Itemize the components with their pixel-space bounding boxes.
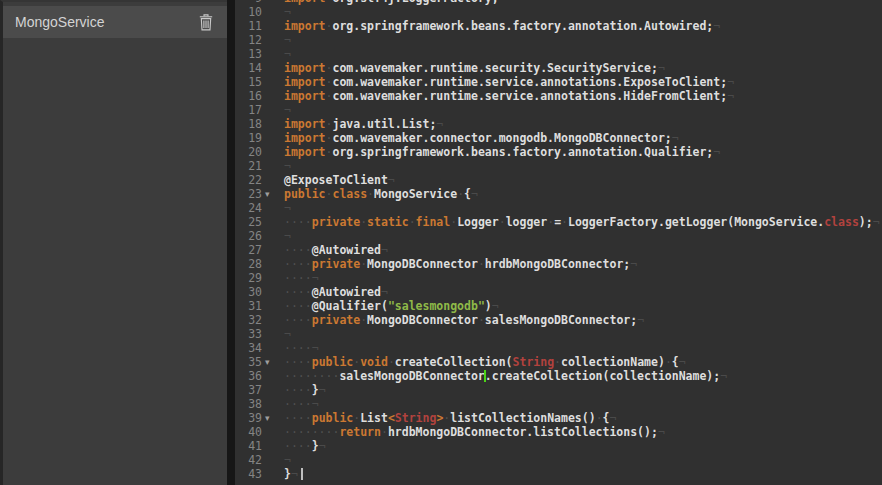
code-text: import·org.springframework.beans.factory… <box>284 19 720 33</box>
code-line[interactable]: 24¬ <box>235 201 880 215</box>
line-number[interactable]: 19 <box>235 131 262 145</box>
fold-gutter-space <box>262 103 284 117</box>
line-number[interactable]: 13 <box>235 47 262 61</box>
code-line[interactable]: 34····¬ <box>235 341 880 355</box>
service-list-item-mongoservice[interactable]: MongoService <box>3 6 227 38</box>
code-line[interactable]: 27····@Autowired¬ <box>235 243 880 257</box>
code-line[interactable]: 20import·org.springframework.beans.facto… <box>235 145 880 159</box>
line-number[interactable]: 12 <box>235 33 262 47</box>
code-line[interactable]: 26¬ <box>235 229 880 243</box>
code-text: ····private·MongoDBConnector·hrdbMongoDB… <box>284 257 637 271</box>
code-line[interactable]: 12¬ <box>235 33 880 47</box>
line-number[interactable]: 36 <box>235 369 262 383</box>
line-number[interactable]: 29 <box>235 271 262 285</box>
line-number[interactable]: 15 <box>235 75 262 89</box>
code-line[interactable]: 11import·org.springframework.beans.facto… <box>235 19 880 33</box>
code-line[interactable]: 14import·com.wavemaker.runtime.security.… <box>235 61 880 75</box>
code-text: ····@Qualifier("salesmongodb")¬ <box>284 299 499 313</box>
fold-gutter-space <box>262 159 284 173</box>
line-number[interactable]: 22 <box>235 173 262 187</box>
fold-gutter-space <box>262 271 284 285</box>
line-number[interactable]: 21 <box>235 159 262 173</box>
code-line[interactable]: 31····@Qualifier("salesmongodb")¬ <box>235 299 880 313</box>
code-line[interactable]: 16import·com.wavemaker.runtime.service.a… <box>235 89 880 103</box>
code-line[interactable]: 13¬ <box>235 47 880 61</box>
fold-toggle-icon[interactable]: ▾ <box>262 187 284 201</box>
line-number[interactable]: 35 <box>235 355 262 369</box>
trash-icon[interactable] <box>199 14 213 31</box>
line-number[interactable]: 17 <box>235 103 262 117</box>
line-number[interactable]: 40 <box>235 425 262 439</box>
fold-gutter-space <box>262 453 284 467</box>
line-number[interactable]: 14 <box>235 61 262 75</box>
line-number[interactable]: 32 <box>235 313 262 327</box>
code-line[interactable]: 39▾····public·List<String>·listCollectio… <box>235 411 880 425</box>
line-number[interactable]: 42 <box>235 453 262 467</box>
line-number[interactable]: 37 <box>235 383 262 397</box>
code-text: ¬ <box>284 33 291 47</box>
code-text: ····}¬ <box>284 383 326 397</box>
code-line[interactable]: 42¬ <box>235 453 880 467</box>
code-text: import·java.util.List;¬ <box>284 117 443 131</box>
code-editor[interactable]: 9import·org.slf4j.LoggerFactory;¬10¬11im… <box>235 0 882 485</box>
fold-toggle-icon[interactable]: ▾ <box>262 355 284 369</box>
line-number[interactable]: 41 <box>235 439 262 453</box>
code-line[interactable]: 32····private·MongoDBConnector·salesMong… <box>235 313 880 327</box>
code-line[interactable]: 37····}¬ <box>235 383 880 397</box>
line-number[interactable]: 23 <box>235 187 262 201</box>
line-number[interactable]: 33 <box>235 327 262 341</box>
fold-gutter-space <box>262 313 284 327</box>
line-number[interactable]: 30 <box>235 285 262 299</box>
code-text: import·com.wavemaker.runtime.security.Se… <box>284 61 665 75</box>
line-number[interactable]: 18 <box>235 117 262 131</box>
code-line[interactable]: 28····private·MongoDBConnector·hrdbMongo… <box>235 257 880 271</box>
code-line[interactable]: 15import·com.wavemaker.runtime.service.a… <box>235 75 880 89</box>
line-number[interactable]: 31 <box>235 299 262 313</box>
line-number[interactable]: 28 <box>235 257 262 271</box>
line-number[interactable]: 16 <box>235 89 262 103</box>
line-number[interactable]: 34 <box>235 341 262 355</box>
code-line[interactable]: 35▾····public·void·createCollection(Stri… <box>235 355 880 369</box>
code-line[interactable]: 22@ExposeToClient¬ <box>235 173 880 187</box>
line-number[interactable]: 26 <box>235 229 262 243</box>
code-line[interactable]: 10¬ <box>235 5 880 19</box>
code-text: import·com.wavemaker.runtime.service.ann… <box>284 89 734 103</box>
code-line[interactable]: 40········return·hrdbMongoDBConnector.li… <box>235 425 880 439</box>
code-line[interactable]: 33¬ <box>235 327 880 341</box>
code-line[interactable]: 17¬ <box>235 103 880 117</box>
line-number[interactable]: 20 <box>235 145 262 159</box>
code-line[interactable]: 43}¬ <box>235 467 880 481</box>
code-line[interactable]: 25····private·static·final·Logger·logger… <box>235 215 880 229</box>
panel-splitter[interactable] <box>227 0 235 485</box>
fold-gutter-space <box>262 439 284 453</box>
fold-gutter-space <box>262 285 284 299</box>
code-line[interactable]: 30····@Autowired¬ <box>235 285 880 299</box>
code-text: ····¬ <box>284 397 319 411</box>
line-number[interactable]: 24 <box>235 201 262 215</box>
fold-gutter-space <box>262 33 284 47</box>
line-number[interactable]: 11 <box>235 19 262 33</box>
code-line[interactable]: 38····¬ <box>235 397 880 411</box>
code-line[interactable]: 19import·com.wavemaker.connector.mongodb… <box>235 131 880 145</box>
line-number[interactable]: 10 <box>235 5 262 19</box>
fold-gutter-space <box>262 467 284 481</box>
code-line[interactable]: 29····¬ <box>235 271 880 285</box>
code-line[interactable]: 23▾public·class·MongoService·{¬ <box>235 187 880 201</box>
line-number[interactable]: 38 <box>235 397 262 411</box>
line-number[interactable]: 25 <box>235 215 262 229</box>
code-line[interactable]: 36········salesMongoDBConnector.createCo… <box>235 369 880 383</box>
line-number[interactable]: 39 <box>235 411 262 425</box>
service-name-label: MongoService <box>15 14 105 30</box>
code-line[interactable]: 21¬ <box>235 159 880 173</box>
fold-gutter-space <box>262 341 284 355</box>
code-line[interactable]: 18import·java.util.List;¬ <box>235 117 880 131</box>
fold-gutter-space <box>262 243 284 257</box>
fold-toggle-icon[interactable]: ▾ <box>262 411 284 425</box>
fold-gutter-space <box>262 257 284 271</box>
code-line[interactable]: 41····}¬ <box>235 439 880 453</box>
line-number[interactable]: 27 <box>235 243 262 257</box>
fold-gutter-space <box>262 61 284 75</box>
fold-gutter-space <box>262 131 284 145</box>
line-number[interactable]: 43 <box>235 467 262 481</box>
fold-gutter-space <box>262 75 284 89</box>
